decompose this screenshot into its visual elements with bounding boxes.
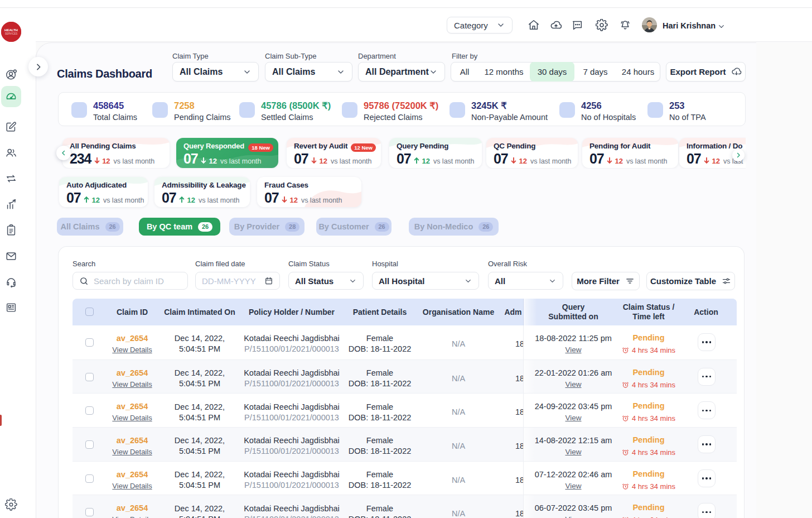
- svg-text:HEALTH: HEALTH: [4, 28, 18, 32]
- svg-text:SERVICES: SERVICES: [5, 32, 18, 35]
